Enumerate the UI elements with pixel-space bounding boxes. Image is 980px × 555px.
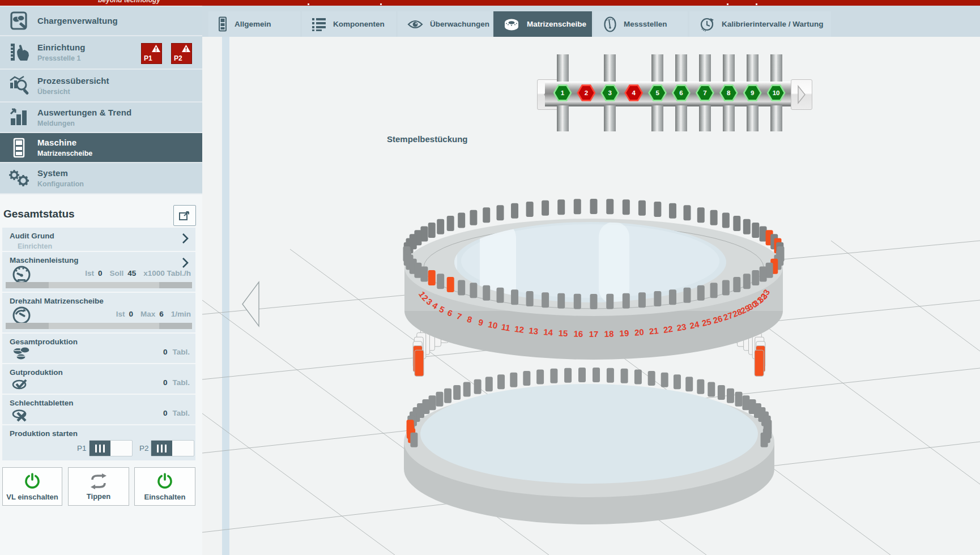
station-number: 5 (655, 89, 659, 96)
row-label: Produktion starten (10, 429, 78, 438)
bad-tablet-icon (11, 408, 33, 426)
sidebar-item-sublabel: Matrizenscheibe (37, 150, 92, 157)
punch-rod (770, 54, 782, 82)
station-number: 8 (727, 89, 730, 96)
sidebar-item-label: Einrichtung (37, 42, 85, 52)
tab-messstellen[interactable]: Messstellen (594, 11, 688, 37)
good-production-value: 0Tabl. (163, 378, 190, 387)
warning-icon (151, 44, 161, 53)
sidebar-item-prozessuebersicht[interactable]: Prozessübersicht Übersicht (0, 70, 202, 101)
schlechttabletten-row: Schlechttabletten 0Tabl. (2, 395, 195, 424)
sidebar-item-label: Auswertungen & Trend (37, 108, 131, 117)
good-tablet-icon (11, 378, 33, 396)
svg-text:17: 17 (589, 329, 599, 339)
sidebar-item-sublabel: Übersicht (37, 88, 109, 96)
tab-komponenten[interactable]: Komponenten (302, 11, 396, 37)
tab-matrizenscheibe[interactable]: Matrizenscheibe (493, 11, 592, 37)
vl-einschalten-button[interactable]: VL einschalten (2, 467, 62, 506)
meter-icon (603, 16, 617, 32)
svg-text:3: 3 (425, 296, 434, 307)
svg-text:16: 16 (573, 329, 583, 339)
toggle-knob (90, 441, 110, 456)
sidebar-item-label: Chargenverwaltung (37, 16, 118, 25)
press-station-p2-alarm-badge[interactable]: P2 (171, 43, 192, 64)
system-gears-icon (7, 168, 32, 189)
einschalten-button[interactable]: Einschalten (134, 467, 195, 506)
svg-text:2: 2 (420, 293, 431, 303)
row-label: Schlechttabletten (10, 399, 74, 407)
tab-ueberwachungen[interactable]: Überwachungen (398, 11, 492, 37)
audit-grund-row[interactable]: Audit Grund Einrichten (2, 228, 195, 251)
brand-bar-mark (727, 3, 728, 5)
trend-icon (7, 107, 32, 127)
strip-scroll-right-button[interactable] (791, 79, 812, 110)
tippen-button[interactable]: Tippen (68, 467, 129, 506)
press-station-p1-alarm-badge[interactable]: P1 (141, 43, 162, 64)
svg-text:25: 25 (701, 317, 712, 328)
tab-label: Kalibrierintervalle / Wartung (722, 20, 824, 28)
speed-progressbar (6, 323, 192, 329)
row-label: Maschinenleistung (10, 256, 79, 264)
row-label: Gesamtproduktion (10, 338, 78, 346)
svg-text:32: 32 (756, 291, 769, 305)
svg-text:9: 9 (478, 317, 484, 327)
machine-icon (7, 137, 32, 159)
total-production-value: 0Tabl. (163, 348, 190, 356)
panel-splitter[interactable] (222, 37, 229, 555)
maschinenleistung-row[interactable]: Maschinenleistung Ist0 Soll45 x1000 Tabl… (2, 252, 195, 292)
sidebar-item-auswertungen[interactable]: Auswertungen & Trend Meldungen (0, 103, 202, 132)
sidebar-item-einrichtung[interactable]: Einrichtung Pressstelle 1 P1 P2 (0, 36, 202, 69)
svg-text:18: 18 (604, 329, 614, 339)
punch-rod (723, 54, 735, 82)
row-label: Gutproduktion (10, 368, 63, 377)
sidebar-item-sublabel: Pressstelle 1 (37, 54, 85, 62)
p1-toggle-label: P1 (77, 444, 87, 452)
sidebar-item-maschine[interactable]: Maschine Matrizenscheibe (0, 133, 202, 162)
punch-strip: 12345678910 (536, 54, 815, 131)
punch-rod (604, 105, 616, 131)
section-title: Stempelbestückung (387, 134, 468, 144)
svg-text:19: 19 (619, 328, 629, 338)
drehzahl-row[interactable]: Drehzahl Matrizenscheibe Ist0 Max6 1/min (2, 293, 195, 332)
sidebar-item-sublabel: Konfiguration (37, 180, 84, 188)
p2-production-toggle[interactable] (151, 440, 194, 456)
svg-text:22: 22 (663, 324, 674, 335)
punch-rod (770, 105, 782, 131)
punch-rod (723, 105, 735, 131)
tab-kalibrierintervalle[interactable]: Kalibrierintervalle / Wartung (689, 11, 831, 37)
machine-icon (218, 16, 228, 32)
svg-text:24: 24 (689, 319, 700, 331)
punch-rod (675, 105, 687, 131)
tab-label: Messstellen (624, 20, 667, 28)
punch-rod (699, 54, 711, 82)
main-navigation: Chargenverwaltung Einrichtung Pressstell… (0, 6, 202, 194)
svg-text:8: 8 (466, 314, 474, 325)
svg-text:33: 33 (759, 288, 772, 301)
eye-icon (407, 19, 423, 29)
station-number: 7 (703, 89, 706, 96)
svg-text:27: 27 (722, 310, 734, 322)
svg-text:5: 5 (438, 304, 446, 315)
tab-label: Überwachungen (430, 20, 489, 28)
tab-allgemein[interactable]: Allgemein (208, 11, 300, 37)
row-label: Drehzahl Matrizenscheibe (10, 297, 104, 305)
svg-text:28: 28 (731, 306, 744, 319)
brand-bar-mark (380, 3, 382, 5)
popout-button[interactable] (173, 205, 196, 226)
svg-text:11: 11 (501, 322, 511, 332)
status-rows: Audit Grund Einrichten Maschinenleistung… (2, 228, 195, 462)
svg-text:15: 15 (558, 328, 568, 338)
punch-rod (604, 54, 616, 82)
badge-label: P2 (174, 54, 182, 62)
chevron-right-icon (182, 233, 189, 246)
gutproduktion-row: Gutproduktion 0Tabl. (2, 364, 195, 394)
sidebar-item-chargenverwaltung[interactable]: Chargenverwaltung (0, 6, 202, 35)
tab-label: Komponenten (333, 20, 385, 28)
p1-production-toggle[interactable] (89, 440, 133, 456)
button-label: Einschalten (144, 493, 186, 501)
tabs: Allgemein Komponenten Überwachungen Matr… (208, 11, 831, 37)
calibration-clock-icon (699, 16, 715, 32)
sidebar-item-system[interactable]: System Konfiguration (0, 163, 202, 193)
cycle-icon (88, 473, 109, 490)
station-number: 2 (585, 89, 588, 96)
